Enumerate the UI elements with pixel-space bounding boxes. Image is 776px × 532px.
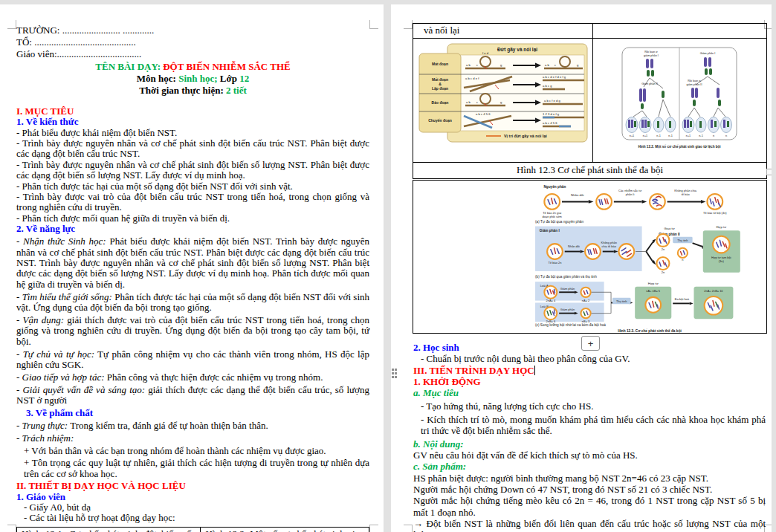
- figure-123-caption-row: Hình 12.3 Cơ chế phát sinh thể đa bội: [413, 163, 766, 178]
- svg-text:giảm phân I: giảm phân I: [644, 54, 659, 57]
- figure-chromosome-break-diagram: Đứt gãy và nối lại Mất đoạn Mất đoạn & L…: [418, 43, 589, 147]
- svg-text:n-1: n-1: [699, 134, 703, 137]
- section-1-2-heading: 2. Về năng lực: [16, 224, 369, 234]
- text-boundary-mark: [7, 525, 16, 532]
- paragraph: - Nhận thức Sinh học: Phát biểu được khá…: [16, 236, 369, 290]
- svg-text:phân li: phân li: [626, 192, 635, 196]
- paragraph: GV nêu câu hỏi đặt vấn đề để kích thích …: [413, 450, 766, 461]
- subject-label: Môn học:: [137, 73, 176, 84]
- subject-line: Môn học: Sinh học; Lớp 12: [16, 73, 369, 85]
- ability-lead: - Tìm hiểu thế giới sống:: [16, 291, 112, 302]
- svg-text:2n: 2n: [662, 247, 665, 251]
- svg-text:giảm phân II: giảm phân II: [687, 83, 702, 86]
- section-3-text: III. TIẾN TRÌNH DẠY HỌC: [413, 365, 534, 376]
- row-label: Đảo đoạn: [432, 100, 449, 105]
- paragraph: - Chuẩn bị trước nội dung bài theo phân …: [413, 353, 766, 364]
- paragraph: - Giấy A0, bút dạ: [16, 502, 369, 513]
- text-boundary-mark: [404, 20, 413, 29]
- svg-text:Giảm phân: Giảm phân: [560, 308, 575, 311]
- materials-cell-fig121: Hình 12.1. Cơ chế phát sinh đột biến cấu…: [17, 527, 201, 532]
- materials-table: Hình 12.1. Cơ chế phát sinh đột biến cấu…: [16, 527, 369, 532]
- table-row: và nối lại: [413, 24, 766, 39]
- svg-text:f e d: f e d: [482, 51, 489, 55]
- svg-text:1 2 3 d e f g: 1 2 3 d e f g: [543, 112, 560, 116]
- text-cursor: [534, 366, 536, 375]
- svg-text:a b: a b: [466, 63, 471, 67]
- ability-text: giải thích được vai trò của đột biến cấu…: [16, 314, 369, 347]
- paragraph-drag-handle[interactable]: [392, 369, 401, 380]
- svg-text:(3n): (3n): [719, 259, 725, 263]
- document-body-right: 2. Học sinh - Chuẩn bị trước nội dung bà…: [413, 342, 766, 532]
- svg-text:n-1: n-1: [668, 134, 673, 137]
- materials-table-continued: và nối lại Đứt gãy và nối lại Mất đoạn M…: [413, 23, 767, 179]
- svg-text:(c) Song lưỡng bội nhờ lai xa: (c) Song lưỡng bội nhờ lai xa kèm đa bội…: [535, 323, 606, 327]
- svg-text:(b) Tự đa bội qua giảm phân và: (b) Tự đa bội qua giảm phân và thụ tinh: [535, 275, 597, 279]
- materials-cell-fig122: Hình 12.2. Một số cơ chế phát sinh giao …: [201, 527, 369, 532]
- document-body-left: TRƯỜNG: ........................ .......…: [16, 25, 369, 532]
- figure-legend: Vị trí đứt gãy và nối lại: [504, 134, 547, 138]
- svg-text:nA= 2: nA= 2: [582, 299, 589, 302]
- svg-text:Thụ tinh: Thụ tinh: [616, 299, 627, 303]
- group-line: TỔ: ....................................…: [16, 36, 369, 48]
- paragraph: → Đột biến NST là những biến đổi liên qu…: [413, 518, 766, 532]
- paragraph: - Phân tích được tác hại của một số dạng…: [16, 181, 369, 192]
- svg-text:a b c g: a b c g: [543, 84, 552, 88]
- svg-text:tế bào: tế bào: [682, 192, 691, 196]
- row-label: Lặp đoạn: [432, 86, 448, 91]
- svg-text:Nguyên phân: Nguyên phân: [543, 185, 566, 189]
- paragraph: Người mắc hội chứng tiếng mèo kêu có 2n …: [413, 495, 766, 518]
- svg-text:a b c 4 5 6: a b c 4 5 6: [543, 121, 557, 125]
- svg-text:2n: 2n: [662, 270, 665, 274]
- table-resize-handle[interactable]: [766, 169, 772, 175]
- paragraph: - Giao tiếp và hợp tác: Phân công và thự…: [16, 372, 369, 383]
- subject-value: Sinh học;: [178, 73, 217, 84]
- figure-caption: Hình 12.2. Một số cơ chế phát sinh giao …: [638, 144, 720, 149]
- lesson-title: ĐỘT BIẾN NHIỄM SẮC THỂ: [163, 61, 290, 72]
- svg-text:Hợp tử: Hợp tử: [648, 282, 659, 285]
- section-2-heading: II. THIẾT BỊ DẠY HỌC VÀ HỌC LIỆU: [16, 481, 369, 491]
- ability-lead: - Tự chủ và tự học:: [16, 348, 94, 360]
- svg-text:c: c: [476, 63, 478, 67]
- svg-text:Thụ tinh: Thụ tinh: [677, 239, 688, 242]
- svg-text:Tế bào tứ bội (4n): Tế bào tứ bội (4n): [703, 211, 727, 215]
- svg-text:(a) Tự đa bội qua nguyên phân: (a) Tự đa bội qua nguyên phân: [535, 220, 583, 224]
- svg-text:c: c: [554, 63, 556, 67]
- svg-text:n: n: [725, 134, 727, 137]
- paragraph: - Giải quyết vấn đề và sáng tạo: giải th…: [16, 385, 369, 406]
- svg-text:Tế bào 2n: Tế bào 2n: [549, 261, 562, 265]
- section-1-3-heading: 3. Về phẩm chất: [16, 408, 369, 418]
- figure-title: Đứt gãy và nối lại: [497, 47, 537, 53]
- paragraph: + Tôn trọng các quy luật tự nhiên, giải …: [16, 458, 369, 479]
- ability-text: Phân công và thực hiện được các nhiệm vụ…: [105, 372, 323, 383]
- svg-text:n: n: [682, 258, 683, 262]
- lesson-title-label: TÊN BÀI DẠY:: [95, 61, 161, 72]
- figure-polyploidy-diagram: Nguyên phân Nhân đôi Các nhiễm sắc tử ph…: [534, 182, 766, 334]
- paragraph: - Trình bày được vai trò của đột biến cấ…: [16, 192, 369, 213]
- quality-lead: - Trung thực:: [16, 420, 68, 431]
- time-line: Thời gian thực hiện: 2 tiết: [16, 85, 369, 97]
- time-label: Thời gian thực hiện:: [139, 85, 224, 96]
- paragraph: - Kích thích trí tò mò, mong muốn khám p…: [413, 414, 766, 437]
- paragraph: Người mắc hội chứng Down có 47 NST, tron…: [413, 484, 766, 495]
- ability-lead: - Giải quyết vấn đề và sáng tạo:: [16, 384, 145, 395]
- svg-text:a b: a b: [545, 63, 549, 67]
- continuation-cell: và nối lại: [413, 24, 593, 38]
- svg-text:2nA= 4: 2nA= 4: [546, 299, 556, 302]
- row-label: Chuyển đoạn: [428, 118, 452, 123]
- svg-text:Giảm phân II: Giảm phân II: [641, 82, 658, 85]
- svg-text:n+1: n+1: [630, 134, 634, 137]
- section-1-1-heading: 1. Về kiến thức: [16, 117, 369, 127]
- lesson-title-line: TÊN BÀI DẠY: ĐỘT BIẾN NHIỄM SẮC THỂ: [16, 61, 369, 73]
- svg-text:Nhân đôi: Nhân đôi: [571, 193, 583, 197]
- svg-text:đoạn phôi sớm: đoạn phôi sớm: [543, 215, 563, 218]
- row-label: Mất đoạn: [432, 62, 448, 66]
- svg-text:nA+ nB= 5: nA+ nB= 5: [646, 289, 660, 293]
- svg-text:Hợp tử: Hợp tử: [716, 225, 726, 229]
- paragraph: - Trách nhiệm:: [16, 433, 369, 444]
- svg-text:Đa bội hoá: Đa bội hoá: [675, 297, 690, 301]
- content-label: b. Nội dung:: [413, 438, 766, 450]
- paragraph: - Tạo hứng thú, năng lượng tích cực cho …: [413, 400, 766, 412]
- paragraph: - Tự chủ và tự học: Tự phân công nhiệm v…: [16, 349, 369, 371]
- page-1: TRƯỜNG: ........................ .......…: [0, 4, 384, 532]
- ability-lead: - Nhận thức Sinh học:: [16, 236, 106, 247]
